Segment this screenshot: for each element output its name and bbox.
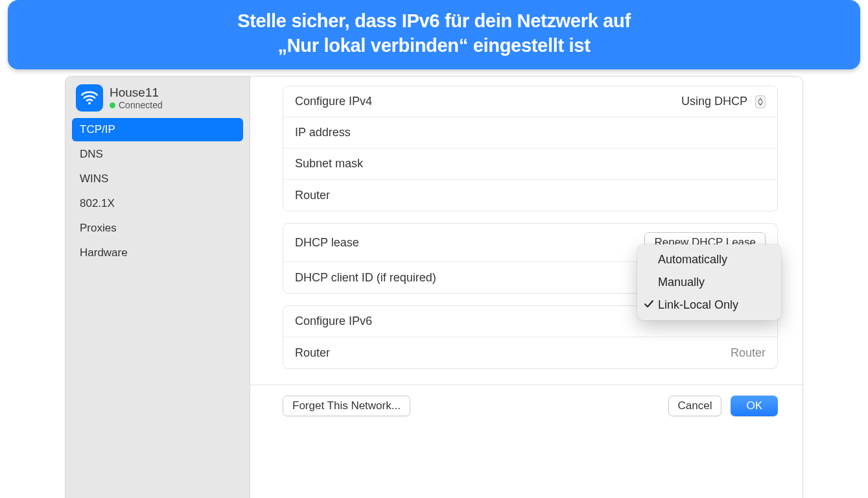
label-configure-ipv4: Configure IPv4 [295, 95, 372, 108]
network-header: House11 Connected [72, 82, 243, 118]
label-dhcp-client-id: DHCP client ID (if required) [295, 271, 436, 285]
row-configure-ipv4: Configure IPv4 Using DHCP [283, 86, 777, 117]
sidebar-item-8021x[interactable]: 802.1X [72, 192, 243, 215]
ipv6-dropdown-menu: Automatically Manually Link-Local Only [637, 244, 781, 320]
row-router-ipv4: Router [283, 180, 777, 211]
network-status: Connected [110, 100, 163, 110]
label-dhcp-lease: DHCP lease [295, 236, 359, 250]
cancel-button[interactable]: Cancel [668, 396, 722, 416]
ipv6-card: Configure IPv6 Automatically Manually Li… [283, 305, 778, 369]
settings-content: Configure IPv4 Using DHCP IP address Sub… [250, 77, 803, 498]
instruction-banner: Stelle sicher, dass IPv6 für dein Netzwe… [8, 0, 860, 69]
row-subnet-mask: Subnet mask [283, 148, 777, 180]
ipv4-card: Configure IPv4 Using DHCP IP address Sub… [283, 86, 778, 211]
row-router-ipv6: Router Router [283, 337, 777, 368]
banner-line2: „Nur lokal verbinden“ eingestellt ist [277, 35, 590, 56]
sidebar-item-dns[interactable]: DNS [72, 143, 243, 166]
label-ip-address: IP address [295, 126, 351, 139]
status-dot-icon [110, 102, 115, 108]
network-status-label: Connected [119, 100, 163, 110]
ipv6-option-link-local-only-label: Link-Local Only [658, 298, 738, 311]
dialog-footer: Forget This Network... Cancel OK [283, 385, 778, 416]
select-ipv4-value: Using DHCP [681, 95, 747, 108]
chevron-updown-icon [755, 95, 766, 108]
label-configure-ipv6: Configure IPv6 [295, 314, 372, 328]
network-name: House11 [110, 86, 163, 100]
wifi-icon [76, 84, 103, 112]
settings-sidebar: House11 Connected TCP/IP DNS WINS 802.1X… [65, 77, 250, 498]
ipv6-option-automatically[interactable]: Automatically [637, 248, 781, 271]
sidebar-item-hardware[interactable]: Hardware [72, 241, 243, 265]
row-ip-address: IP address [283, 117, 777, 148]
sidebar-item-proxies[interactable]: Proxies [72, 217, 243, 240]
ipv6-option-link-local-only[interactable]: Link-Local Only [637, 294, 781, 316]
label-router-ipv4: Router [295, 189, 330, 202]
ipv6-option-manually[interactable]: Manually [637, 271, 781, 294]
sidebar-item-tcpip[interactable]: TCP/IP [72, 118, 243, 141]
svg-point-0 [88, 102, 91, 105]
ok-button[interactable]: OK [731, 396, 778, 416]
forget-network-button[interactable]: Forget This Network... [283, 396, 410, 416]
network-settings-window: House11 Connected TCP/IP DNS WINS 802.1X… [65, 76, 803, 498]
select-configure-ipv4[interactable]: Using DHCP [681, 95, 766, 108]
row-configure-ipv6: Configure IPv6 Automatically Manually Li… [283, 306, 777, 337]
banner-line1: Stelle sicher, dass IPv6 für dein Netzwe… [237, 10, 631, 31]
label-subnet-mask: Subnet mask [295, 157, 363, 171]
sidebar-item-wins[interactable]: WINS [72, 167, 243, 191]
label-router-ipv6: Router [295, 346, 330, 360]
value-router-ipv6: Router [731, 346, 766, 360]
check-icon [644, 299, 654, 309]
